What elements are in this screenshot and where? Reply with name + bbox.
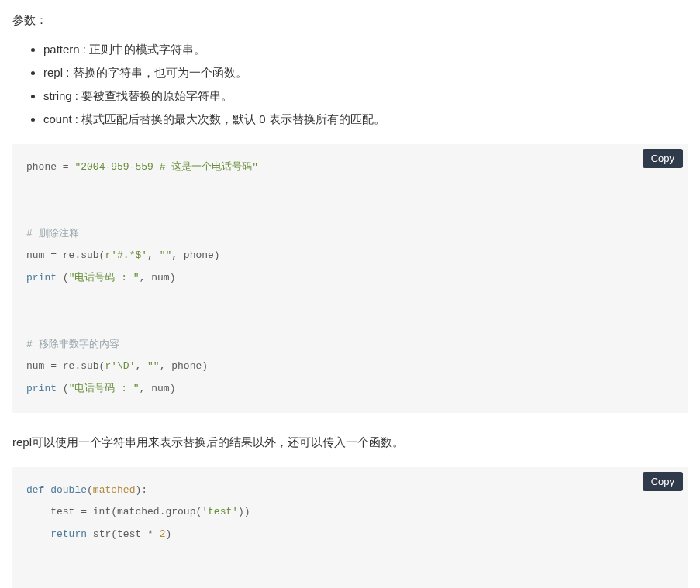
copy-button[interactable]: Copy	[643, 149, 683, 168]
code-keyword: def	[26, 484, 44, 496]
code-text: , num)	[140, 383, 176, 394]
params-list: pattern : 正则中的模式字符串。 repl : 替换的字符串，也可为一个…	[12, 40, 688, 129]
copy-button[interactable]: Copy	[643, 472, 683, 491]
param-item: repl : 替换的字符串，也可为一个函数。	[43, 64, 688, 82]
code-text: str(test *	[87, 528, 160, 540]
code-block-1-wrap: Copy phone = "2004-959-559 # 这是一个电话号码" #…	[12, 144, 688, 413]
code-block-2-wrap: Copy def double(matched): test = int(mat…	[12, 467, 688, 588]
param-item: pattern : 正则中的模式字符串。	[43, 40, 688, 59]
code-text: , num)	[140, 272, 176, 284]
code-text: ):	[135, 484, 147, 496]
code-string: ""	[147, 360, 160, 372]
code-string: r'\D'	[105, 360, 135, 372]
code-text: , phone)	[160, 360, 208, 372]
code-block-1: phone = "2004-959-559 # 这是一个电话号码" # 删除注释…	[12, 144, 688, 413]
code-block-2: def double(matched): test = int(matched.…	[12, 467, 688, 588]
code-comment: # 删除注释	[26, 228, 79, 239]
code-string: "电话号码 : "	[69, 272, 140, 284]
code-string: "2004-959-559 # 这是一个电话号码"	[74, 161, 258, 173]
code-funcname: double	[50, 484, 87, 496]
code-text: ))	[238, 506, 250, 518]
param-item: count : 模式匹配后替换的最大次数，默认 0 表示替换所有的匹配。	[43, 110, 688, 129]
code-text: (	[57, 383, 69, 394]
code-text	[26, 528, 50, 540]
code-text: , phone)	[171, 249, 219, 261]
param-item: string : 要被查找替换的原始字符串。	[43, 87, 688, 105]
code-keyword: print	[26, 272, 57, 284]
code-keyword: print	[26, 383, 57, 394]
code-text: )	[165, 528, 171, 540]
code-keyword: return	[50, 528, 87, 540]
code-comment: # 移除非数字的内容	[26, 339, 119, 350]
code-text: ,	[135, 360, 147, 372]
code-string: 'test'	[202, 506, 238, 518]
params-heading: 参数：	[12, 11, 688, 29]
code-text: phone =	[26, 161, 74, 173]
code-string: r'#.*$'	[105, 249, 147, 261]
code-text: (	[57, 272, 69, 284]
code-param: matched	[93, 484, 136, 496]
code-text: num = re.sub(	[26, 360, 105, 372]
code-text: (	[87, 484, 93, 496]
code-string: ""	[160, 249, 172, 261]
code-text: ,	[147, 249, 160, 261]
code-text: test = int(matched.group(	[26, 506, 202, 518]
code-string: "电话号码 : "	[69, 383, 140, 394]
code-text: num = re.sub(	[26, 249, 105, 261]
paragraph-repl: repl可以使用一个字符串用来表示替换后的结果以外，还可以传入一个函数。	[12, 433, 688, 452]
